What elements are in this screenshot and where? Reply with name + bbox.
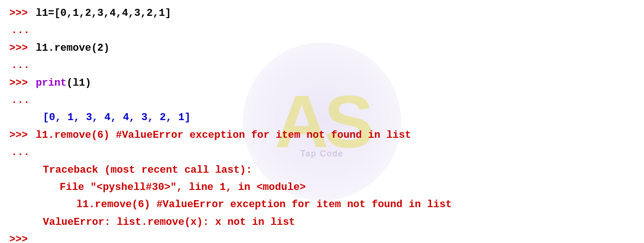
line-8: >>> l1.remove(6) #ValueError exception f… [9,127,635,144]
prompt-5: >>> [9,231,28,243]
valueerror-message: ValueError: list.remove(x): x not in lis… [43,214,295,231]
code-4: l1.remove(6) #ValueError exception for i… [30,127,411,144]
code-3b: (l1) [67,74,91,92]
prompt-2: >>> [9,40,28,57]
line-12: l1.remove(6) #ValueError exception for i… [9,196,635,213]
code-keyword-1: print [36,74,67,92]
prompt-4: >>> [9,127,28,144]
traceback-header: Traceback (most recent call last): [43,162,252,179]
line-13: ValueError: list.remove(x): x not in lis… [9,214,635,231]
traceback-code: l1.remove(6) #ValueError exception for i… [76,196,452,213]
dots-1: ... [9,22,30,39]
terminal-output: >>> l1=[0,1,2,3,4,4,3,2,1] ... >>> l1.re… [0,0,644,243]
line-4: ... [9,57,635,74]
prompt-1: >>> [9,5,28,22]
line-11: File "<pyshell#30>", line 1, in <module> [9,179,635,196]
dots-2: ... [9,57,30,74]
line-6: ... [9,92,635,109]
line-10: Traceback (most recent call last): [9,162,635,179]
code-1: l1=[0,1,2,3,4,4,3,2,1] [30,5,171,22]
line-1: >>> l1=[0,1,2,3,4,4,3,2,1] [9,5,635,22]
line-5: >>> print (l1) [9,74,635,92]
result-1: [0, 1, 3, 4, 4, 3, 2, 1] [43,109,191,126]
dots-3: ... [9,92,30,109]
prompt-3: >>> [9,74,28,92]
code-3a [30,74,36,92]
traceback-file: File "<pyshell#30>", line 1, in <module> [60,179,306,196]
dots-4: ... [9,144,30,161]
line-2: ... [9,22,635,39]
line-9: ... [9,144,635,161]
line-3: >>> l1.remove(2) [9,40,635,57]
code-2: l1.remove(2) [30,40,110,57]
line-14: >>> [9,231,635,243]
line-7: [0, 1, 3, 4, 4, 3, 2, 1] [9,109,635,126]
